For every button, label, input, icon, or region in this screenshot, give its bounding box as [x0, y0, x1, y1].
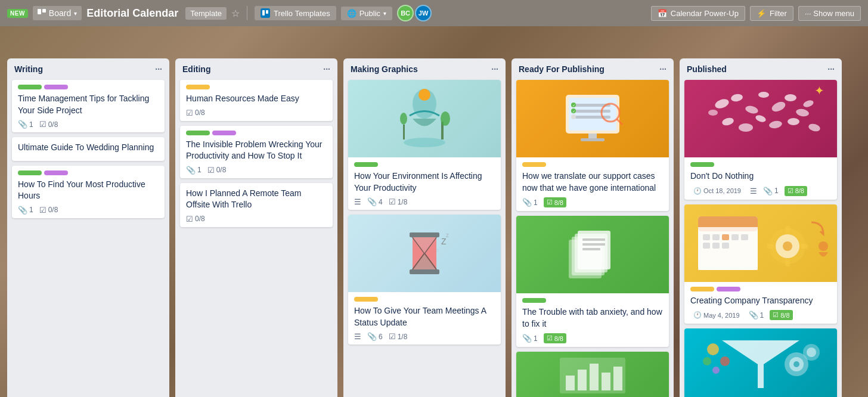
date-value: May 4, 2019 [703, 312, 740, 319]
svg-rect-4 [266, 10, 268, 14]
check-icon: ☑ [547, 199, 553, 206]
show-menu-button[interactable]: ··· Show menu [798, 6, 861, 21]
card-w1[interactable]: Time Management Tips for Tackling Your S… [12, 80, 165, 132]
svg-rect-67 [741, 234, 748, 240]
checklist-badge-green: ☑ 8/8 [544, 333, 566, 343]
svg-point-50 [795, 108, 810, 117]
card-e2-body: The Invisible Problem Wrecking Your Prod… [180, 126, 333, 178]
card-e3[interactable]: How I Planned A Remote Team Offsite With… [180, 183, 333, 227]
card-rfp1-body: How we translate our support cases now t… [516, 157, 669, 211]
card-p2-meta: 🕐 May 4, 2019 📎 1 ☑ 8/8 [690, 310, 831, 320]
card-p2[interactable]: Creating Company Transparency 🕐 May 4, 2… [684, 204, 837, 324]
green-chart-illustration [554, 352, 631, 397]
svg-point-46 [745, 104, 759, 114]
star-icon[interactable]: ☆ [231, 8, 240, 19]
card-rfp1-title: How we translate our support cases now t… [522, 170, 663, 194]
svg-text:✓: ✓ [572, 104, 575, 107]
label-yellow [690, 287, 714, 291]
svg-point-26 [571, 114, 576, 119]
board-title: Editorial Calendar [86, 7, 178, 20]
template-button[interactable]: Template [185, 7, 227, 20]
card-rfp2-image [516, 216, 669, 293]
card-p3[interactable] [684, 328, 837, 397]
card-e2[interactable]: The Invisible Problem Wrecking Your Prod… [180, 126, 333, 178]
column-menu-icon[interactable]: ··· [323, 64, 330, 74]
card-w3-meta: 📎 1 ☑ 0/8 [18, 206, 159, 215]
column-menu-icon[interactable]: ··· [659, 64, 666, 74]
svg-point-56 [802, 99, 814, 108]
clip-value: 1 [534, 199, 538, 207]
check-value: 1/8 [398, 198, 408, 206]
card-p3-image [684, 328, 837, 397]
meta-clip: 📎 1 [522, 198, 538, 207]
clip-icon: 📎 [18, 206, 27, 215]
clip-icon: 📎 [522, 334, 532, 343]
date-badge: 🕐 Oct 18, 2019 [690, 186, 744, 196]
svg-point-44 [714, 97, 730, 110]
filter-button[interactable]: ⚡ Filter [750, 6, 793, 21]
svg-point-55 [788, 118, 799, 125]
header-right: 📅 Calendar Power-Up ⚡ Filter ··· Show me… [651, 6, 861, 21]
pages-illustration [554, 222, 631, 287]
column-menu-icon[interactable]: ··· [827, 64, 835, 74]
svg-rect-69 [712, 243, 720, 249]
card-w3[interactable]: How To Find Your Most Productive Hours 📎… [12, 166, 165, 218]
new-badge: NEW [7, 9, 28, 18]
card-e3-title: How I Planned A Remote Team Offsite With… [186, 188, 327, 211]
card-p1-labels [690, 162, 831, 167]
checklist-badge-green: ☑ 8/8 [785, 186, 807, 196]
svg-text:z: z [436, 247, 439, 253]
column-menu-icon[interactable]: ··· [491, 64, 498, 74]
card-mg2[interactable]: Z z z How To Give Your Team Meetings A S… [348, 215, 501, 345]
svg-rect-68 [703, 243, 710, 249]
check-value: 0/8 [195, 215, 205, 223]
card-w2[interactable]: Ultimate Guide To Wedding Planning [12, 137, 165, 161]
check-value: 1/8 [398, 333, 408, 341]
card-rfp1[interactable]: ✓ ✓ How we [516, 80, 669, 211]
check-value: 0/8 [195, 108, 205, 117]
meta-check: ☑ 0/8 [186, 108, 205, 117]
check-icon: ☑ [773, 311, 779, 319]
column-menu-icon[interactable]: ··· [155, 64, 162, 74]
meta-clip: 📎 1 [522, 334, 538, 343]
clock-icon: 🕐 [693, 311, 702, 319]
card-rfp2[interactable]: The Trouble with tab anxiety, and how to… [516, 216, 669, 347]
svg-point-73 [783, 241, 792, 251]
svg-point-78 [819, 241, 828, 251]
card-mg1[interactable]: How Your Environment Is Affecting Your P… [348, 80, 501, 210]
header-divider [247, 6, 247, 20]
meta-check: ☑ 0/8 [39, 206, 58, 215]
avatar-bc[interactable]: BC [397, 5, 414, 21]
public-button[interactable]: 🌐 Public ▾ [341, 7, 392, 20]
svg-point-53 [755, 114, 767, 123]
hourglass-illustration: Z z z [389, 221, 460, 286]
meta-desc: ☰ [750, 187, 757, 196]
svg-text:✓: ✓ [572, 110, 575, 113]
check-value: 8/8 [554, 335, 563, 342]
meta-check: ☑ 1/8 [389, 197, 408, 206]
card-rfp1-meta: 📎 1 ☑ 8/8 [522, 197, 663, 207]
board-button[interactable]: Board ▾ [33, 6, 82, 20]
card-w1-labels [18, 85, 159, 89]
card-w1-body: Time Management Tips for Tackling Your S… [12, 80, 165, 132]
card-rfp3[interactable] [516, 352, 669, 397]
svg-text:z: z [446, 232, 449, 238]
card-p1[interactable]: ✦ Don't Do Nothing 🕐 Oct 18, 2019 [684, 80, 837, 200]
check-value: 0/8 [48, 206, 58, 214]
svg-rect-42 [602, 373, 610, 390]
card-e1[interactable]: Human Resources Made Easy ☑ 0/8 [180, 80, 333, 121]
card-rfp1-labels [522, 162, 663, 167]
computer-illustration: ✓ ✓ [554, 86, 631, 151]
trello-icon [261, 8, 270, 18]
label-yellow [186, 85, 210, 89]
column-published-body: ✦ Don't Do Nothing 🕐 Oct 18, 2019 [680, 77, 842, 397]
svg-point-52 [739, 123, 753, 132]
calendar-power-up-button[interactable]: 📅 Calendar Power-Up [651, 6, 745, 21]
chevron-down-icon-2: ▾ [383, 10, 386, 17]
meta-desc: ☰ [354, 197, 361, 206]
calendar-gear-illustration [686, 204, 835, 282]
avatar-jw[interactable]: JW [415, 5, 432, 21]
card-rfp2-body: The Trouble with tab anxiety, and how to… [516, 293, 669, 347]
meta-check: ☑ 0/8 [207, 166, 227, 175]
trello-templates-button[interactable]: Trello Templates [255, 6, 336, 20]
